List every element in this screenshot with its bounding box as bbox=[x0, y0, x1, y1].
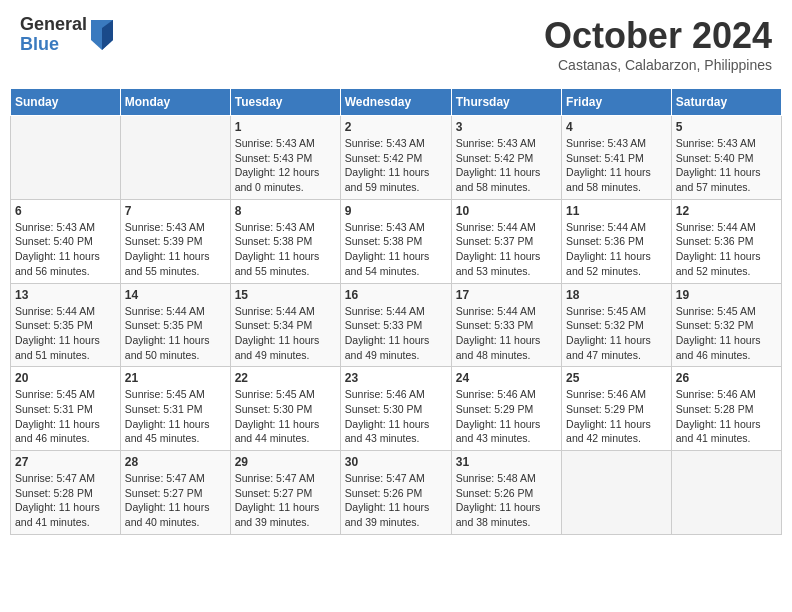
cell-content: Sunrise: 5:47 AMSunset: 5:28 PMDaylight:… bbox=[15, 471, 116, 530]
calendar-cell: 15Sunrise: 5:44 AMSunset: 5:34 PMDayligh… bbox=[230, 283, 340, 367]
calendar-week-row: 27Sunrise: 5:47 AMSunset: 5:28 PMDayligh… bbox=[11, 451, 782, 535]
calendar-cell: 25Sunrise: 5:46 AMSunset: 5:29 PMDayligh… bbox=[562, 367, 672, 451]
cell-content: Sunrise: 5:46 AMSunset: 5:29 PMDaylight:… bbox=[566, 387, 667, 446]
calendar-cell: 16Sunrise: 5:44 AMSunset: 5:33 PMDayligh… bbox=[340, 283, 451, 367]
calendar-cell: 1Sunrise: 5:43 AMSunset: 5:43 PMDaylight… bbox=[230, 116, 340, 200]
calendar-cell: 18Sunrise: 5:45 AMSunset: 5:32 PMDayligh… bbox=[562, 283, 672, 367]
cell-day-number: 26 bbox=[676, 371, 777, 385]
cell-content: Sunrise: 5:43 AMSunset: 5:40 PMDaylight:… bbox=[15, 220, 116, 279]
page-header: General Blue October 2024 Castanas, Cala… bbox=[10, 10, 782, 78]
cell-content: Sunrise: 5:44 AMSunset: 5:35 PMDaylight:… bbox=[15, 304, 116, 363]
cell-day-number: 13 bbox=[15, 288, 116, 302]
calendar-week-row: 20Sunrise: 5:45 AMSunset: 5:31 PMDayligh… bbox=[11, 367, 782, 451]
cell-day-number: 5 bbox=[676, 120, 777, 134]
calendar-cell: 31Sunrise: 5:48 AMSunset: 5:26 PMDayligh… bbox=[451, 451, 561, 535]
cell-day-number: 20 bbox=[15, 371, 116, 385]
cell-day-number: 24 bbox=[456, 371, 557, 385]
logo-general: General bbox=[20, 15, 87, 35]
day-header-tuesday: Tuesday bbox=[230, 89, 340, 116]
cell-day-number: 25 bbox=[566, 371, 667, 385]
cell-content: Sunrise: 5:44 AMSunset: 5:36 PMDaylight:… bbox=[566, 220, 667, 279]
cell-content: Sunrise: 5:44 AMSunset: 5:33 PMDaylight:… bbox=[345, 304, 447, 363]
cell-day-number: 9 bbox=[345, 204, 447, 218]
day-header-friday: Friday bbox=[562, 89, 672, 116]
cell-content: Sunrise: 5:43 AMSunset: 5:42 PMDaylight:… bbox=[456, 136, 557, 195]
cell-day-number: 18 bbox=[566, 288, 667, 302]
calendar-week-row: 6Sunrise: 5:43 AMSunset: 5:40 PMDaylight… bbox=[11, 199, 782, 283]
cell-day-number: 1 bbox=[235, 120, 336, 134]
cell-day-number: 15 bbox=[235, 288, 336, 302]
cell-day-number: 12 bbox=[676, 204, 777, 218]
cell-content: Sunrise: 5:45 AMSunset: 5:30 PMDaylight:… bbox=[235, 387, 336, 446]
calendar-cell: 6Sunrise: 5:43 AMSunset: 5:40 PMDaylight… bbox=[11, 199, 121, 283]
calendar-cell bbox=[11, 116, 121, 200]
calendar-cell: 14Sunrise: 5:44 AMSunset: 5:35 PMDayligh… bbox=[120, 283, 230, 367]
calendar-cell: 26Sunrise: 5:46 AMSunset: 5:28 PMDayligh… bbox=[671, 367, 781, 451]
cell-day-number: 4 bbox=[566, 120, 667, 134]
calendar-cell: 29Sunrise: 5:47 AMSunset: 5:27 PMDayligh… bbox=[230, 451, 340, 535]
logo-icon bbox=[91, 20, 113, 50]
day-header-monday: Monday bbox=[120, 89, 230, 116]
calendar-cell: 11Sunrise: 5:44 AMSunset: 5:36 PMDayligh… bbox=[562, 199, 672, 283]
calendar-week-row: 13Sunrise: 5:44 AMSunset: 5:35 PMDayligh… bbox=[11, 283, 782, 367]
calendar-cell: 19Sunrise: 5:45 AMSunset: 5:32 PMDayligh… bbox=[671, 283, 781, 367]
calendar-table: SundayMondayTuesdayWednesdayThursdayFrid… bbox=[10, 88, 782, 535]
cell-day-number: 10 bbox=[456, 204, 557, 218]
calendar-cell: 10Sunrise: 5:44 AMSunset: 5:37 PMDayligh… bbox=[451, 199, 561, 283]
calendar-cell: 23Sunrise: 5:46 AMSunset: 5:30 PMDayligh… bbox=[340, 367, 451, 451]
cell-content: Sunrise: 5:45 AMSunset: 5:31 PMDaylight:… bbox=[125, 387, 226, 446]
cell-content: Sunrise: 5:45 AMSunset: 5:32 PMDaylight:… bbox=[676, 304, 777, 363]
cell-day-number: 22 bbox=[235, 371, 336, 385]
calendar-week-row: 1Sunrise: 5:43 AMSunset: 5:43 PMDaylight… bbox=[11, 116, 782, 200]
cell-day-number: 6 bbox=[15, 204, 116, 218]
cell-content: Sunrise: 5:43 AMSunset: 5:38 PMDaylight:… bbox=[235, 220, 336, 279]
cell-content: Sunrise: 5:45 AMSunset: 5:31 PMDaylight:… bbox=[15, 387, 116, 446]
calendar-cell: 2Sunrise: 5:43 AMSunset: 5:42 PMDaylight… bbox=[340, 116, 451, 200]
cell-content: Sunrise: 5:43 AMSunset: 5:40 PMDaylight:… bbox=[676, 136, 777, 195]
calendar-cell: 9Sunrise: 5:43 AMSunset: 5:38 PMDaylight… bbox=[340, 199, 451, 283]
cell-day-number: 23 bbox=[345, 371, 447, 385]
cell-day-number: 7 bbox=[125, 204, 226, 218]
calendar-cell: 30Sunrise: 5:47 AMSunset: 5:26 PMDayligh… bbox=[340, 451, 451, 535]
cell-content: Sunrise: 5:47 AMSunset: 5:27 PMDaylight:… bbox=[125, 471, 226, 530]
calendar-cell: 7Sunrise: 5:43 AMSunset: 5:39 PMDaylight… bbox=[120, 199, 230, 283]
calendar-cell: 27Sunrise: 5:47 AMSunset: 5:28 PMDayligh… bbox=[11, 451, 121, 535]
cell-content: Sunrise: 5:43 AMSunset: 5:39 PMDaylight:… bbox=[125, 220, 226, 279]
cell-day-number: 31 bbox=[456, 455, 557, 469]
calendar-cell: 5Sunrise: 5:43 AMSunset: 5:40 PMDaylight… bbox=[671, 116, 781, 200]
day-header-saturday: Saturday bbox=[671, 89, 781, 116]
cell-content: Sunrise: 5:46 AMSunset: 5:30 PMDaylight:… bbox=[345, 387, 447, 446]
title-section: October 2024 Castanas, Calabarzon, Phili… bbox=[544, 15, 772, 73]
calendar-cell: 3Sunrise: 5:43 AMSunset: 5:42 PMDaylight… bbox=[451, 116, 561, 200]
logo: General Blue bbox=[20, 15, 113, 55]
cell-content: Sunrise: 5:43 AMSunset: 5:41 PMDaylight:… bbox=[566, 136, 667, 195]
cell-day-number: 21 bbox=[125, 371, 226, 385]
cell-content: Sunrise: 5:47 AMSunset: 5:27 PMDaylight:… bbox=[235, 471, 336, 530]
cell-day-number: 11 bbox=[566, 204, 667, 218]
cell-day-number: 3 bbox=[456, 120, 557, 134]
cell-content: Sunrise: 5:44 AMSunset: 5:35 PMDaylight:… bbox=[125, 304, 226, 363]
cell-day-number: 2 bbox=[345, 120, 447, 134]
calendar-cell bbox=[562, 451, 672, 535]
cell-day-number: 29 bbox=[235, 455, 336, 469]
cell-content: Sunrise: 5:43 AMSunset: 5:42 PMDaylight:… bbox=[345, 136, 447, 195]
logo-blue: Blue bbox=[20, 35, 87, 55]
calendar-cell bbox=[671, 451, 781, 535]
calendar-cell: 20Sunrise: 5:45 AMSunset: 5:31 PMDayligh… bbox=[11, 367, 121, 451]
cell-day-number: 8 bbox=[235, 204, 336, 218]
cell-content: Sunrise: 5:48 AMSunset: 5:26 PMDaylight:… bbox=[456, 471, 557, 530]
calendar-cell: 22Sunrise: 5:45 AMSunset: 5:30 PMDayligh… bbox=[230, 367, 340, 451]
month-title: October 2024 bbox=[544, 15, 772, 57]
cell-content: Sunrise: 5:44 AMSunset: 5:37 PMDaylight:… bbox=[456, 220, 557, 279]
cell-day-number: 19 bbox=[676, 288, 777, 302]
cell-day-number: 14 bbox=[125, 288, 226, 302]
cell-content: Sunrise: 5:44 AMSunset: 5:36 PMDaylight:… bbox=[676, 220, 777, 279]
cell-content: Sunrise: 5:46 AMSunset: 5:29 PMDaylight:… bbox=[456, 387, 557, 446]
day-header-thursday: Thursday bbox=[451, 89, 561, 116]
cell-content: Sunrise: 5:44 AMSunset: 5:33 PMDaylight:… bbox=[456, 304, 557, 363]
cell-content: Sunrise: 5:46 AMSunset: 5:28 PMDaylight:… bbox=[676, 387, 777, 446]
calendar-cell: 24Sunrise: 5:46 AMSunset: 5:29 PMDayligh… bbox=[451, 367, 561, 451]
calendar-cell: 8Sunrise: 5:43 AMSunset: 5:38 PMDaylight… bbox=[230, 199, 340, 283]
cell-day-number: 27 bbox=[15, 455, 116, 469]
calendar-cell: 4Sunrise: 5:43 AMSunset: 5:41 PMDaylight… bbox=[562, 116, 672, 200]
